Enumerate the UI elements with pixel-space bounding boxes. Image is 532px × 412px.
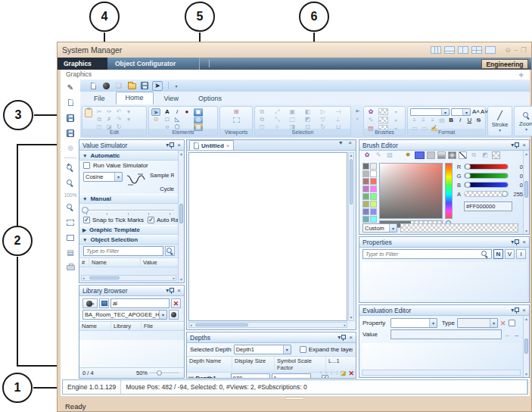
layout-grid-icon[interactable] — [471, 46, 482, 54]
alpha-slider[interactable] — [464, 191, 509, 197]
snap-ticks-checkbox[interactable] — [83, 217, 90, 223]
section-graphic-template[interactable]: ▶Graphic Template — [79, 225, 178, 235]
current-color-swatch[interactable] — [415, 151, 425, 159]
layout-split-right-icon[interactable] — [458, 46, 468, 54]
sel-align-icon[interactable]: ⊣ — [334, 108, 343, 116]
library-combo[interactable]: BA_Room_TEC_APOGEE_HQ_1▾ — [82, 310, 167, 320]
red-slider[interactable] — [464, 164, 509, 170]
pin-icon[interactable] — [514, 239, 519, 246]
font-size-combo[interactable]: ▾ — [451, 108, 471, 116]
underline-button[interactable]: U — [465, 117, 474, 124]
select-tool-icon[interactable]: ➤ — [151, 108, 160, 116]
palette-swatch[interactable] — [362, 193, 369, 200]
palette-swatch[interactable] — [362, 186, 369, 192]
palette-swatch[interactable] — [370, 201, 377, 208]
add-depth-icon[interactable]: ◪ — [341, 370, 347, 377]
undo-icon[interactable]: ↶ — [114, 108, 123, 116]
delete-icon[interactable]: ✗ — [104, 116, 114, 123]
title-bar[interactable]: System Manager ⊖ – ❐ — [58, 42, 531, 58]
strikethrough-button[interactable]: S — [474, 117, 483, 124]
col-name[interactable]: Name — [79, 322, 111, 330]
palette-swatch[interactable] — [370, 178, 377, 185]
fill-brush-icon[interactable]: ✿ — [366, 108, 375, 116]
copy-icon[interactable]: ⧉ — [95, 116, 104, 123]
filter-info-button[interactable]: I — [516, 249, 526, 259]
pen-mode-icon[interactable]: ✎ — [374, 151, 383, 159]
swap-color-icon[interactable]: ◩ — [481, 151, 490, 159]
section-manual[interactable]: ▼Manual — [79, 194, 178, 204]
palette-swatch[interactable] — [370, 216, 377, 223]
palette-swatch[interactable] — [362, 170, 369, 177]
col-value[interactable]: Value — [141, 258, 178, 267]
hex-color-input[interactable]: #FF000000 — [464, 201, 512, 211]
sel-front-icon[interactable]: ◧ — [303, 108, 312, 116]
page-setup-icon[interactable]: ▤ — [63, 247, 78, 258]
layout-columns-icon[interactable] — [431, 46, 441, 54]
symbol-icon[interactable]: ◍ — [194, 116, 203, 123]
palette-swatch[interactable] — [362, 208, 369, 215]
ribbon-tab-home[interactable]: Home — [116, 92, 154, 105]
close-icon[interactable]: × — [522, 237, 526, 248]
value-simulator-header[interactable]: Value Simulator ▾× — [79, 140, 184, 151]
qa-open-icon[interactable] — [126, 81, 137, 91]
stroke-dd-icon[interactable]: ▾ — [391, 117, 400, 124]
save-icon[interactable] — [63, 112, 78, 123]
transparent-swatch[interactable] — [492, 151, 500, 159]
sel-flip-v-icon[interactable]: ▽ — [319, 116, 328, 123]
dd-undo-icon[interactable]: ▾ — [124, 108, 133, 116]
palette-swatch[interactable] — [370, 193, 377, 200]
value-simulator-scrollbar[interactable]: ▲▼ — [178, 151, 184, 282]
drawing-canvas[interactable] — [188, 152, 347, 321]
stroke-button[interactable]: ╱ Stroke ▾ — [487, 106, 512, 136]
sel-paste-icon[interactable]: ⧉ — [257, 116, 266, 123]
library-browser-header[interactable]: Library Browser ▾× — [79, 286, 184, 296]
canvas-vscroll[interactable]: ▲ ▼ — [348, 152, 354, 321]
no-fill-mode[interactable] — [459, 151, 467, 159]
palette-swatch[interactable] — [362, 216, 369, 223]
move-bottom-icon[interactable]: ↓ — [335, 370, 338, 377]
delete-depth-icon[interactable]: ✕ — [348, 370, 354, 377]
lock-element-icon[interactable]: ⊙ — [151, 116, 160, 123]
sel-copy-icon[interactable]: ⧉ — [257, 108, 266, 116]
run-simulator-checkbox[interactable] — [83, 162, 90, 169]
grow-font-icon[interactable]: A˄ — [472, 108, 479, 116]
gradient-fill-mode[interactable] — [437, 151, 446, 159]
snap-option-icon[interactable]: ▾ — [353, 115, 362, 123]
palette-swatch[interactable] — [370, 208, 377, 215]
filter-name-button[interactable]: N — [493, 249, 503, 259]
close-icon[interactable]: × — [522, 140, 526, 151]
solid-fill-mode[interactable] — [427, 151, 435, 159]
sel-group-icon[interactable]: ▣ — [288, 108, 297, 116]
library-zoom-slider[interactable] — [148, 370, 181, 377]
pin-icon[interactable] — [514, 307, 519, 314]
line-shape-icon[interactable]: / — [173, 108, 182, 116]
prev-icon[interactable]: ← — [504, 331, 511, 339]
close-icon[interactable]: × — [522, 305, 526, 316]
palette-swatch[interactable] — [362, 163, 369, 170]
evaluation-editor-header[interactable]: Evaluation Editor ▾× — [359, 305, 529, 316]
shrink-font-icon[interactable]: A˅ — [481, 108, 487, 116]
rectangle-tool-icon[interactable] — [63, 232, 78, 243]
depth-display-size-input[interactable]: 970 — [231, 373, 270, 379]
tab-object-configurator[interactable]: Object Configurator — [107, 58, 200, 70]
paste-icon[interactable] — [85, 108, 92, 117]
qa-globe-icon[interactable] — [101, 81, 111, 91]
palette-swatch[interactable] — [370, 170, 377, 177]
library-search-input[interactable] — [113, 300, 167, 307]
stroke-brush-icon[interactable]: ✎ — [366, 117, 375, 124]
library-clear-button[interactable]: ✕ — [171, 298, 181, 308]
sel-flip-h-icon[interactable]: ▷ — [319, 108, 328, 116]
zoom-level-label[interactable]: 100% — [64, 192, 77, 198]
document-tab-untitled[interactable]: Untitled × — [189, 140, 234, 150]
zoom-in-icon[interactable]: + — [63, 162, 78, 173]
pin-icon[interactable] — [169, 287, 174, 295]
cut-icon[interactable]: ✂ — [95, 108, 104, 116]
brush-editor-header[interactable]: Brush Editor ▾× — [359, 140, 529, 151]
bold-button[interactable]: B — [447, 117, 456, 124]
palette-swatch[interactable] — [362, 201, 369, 208]
image-mode-icon[interactable]: ▨ — [385, 151, 394, 159]
ribbon-tab-view[interactable]: View — [155, 93, 188, 105]
library-source-button[interactable]: ▾ — [82, 298, 98, 308]
library-settings-button[interactable] — [169, 310, 179, 320]
brush-style-combo[interactable]: Custom▾ — [362, 223, 397, 233]
